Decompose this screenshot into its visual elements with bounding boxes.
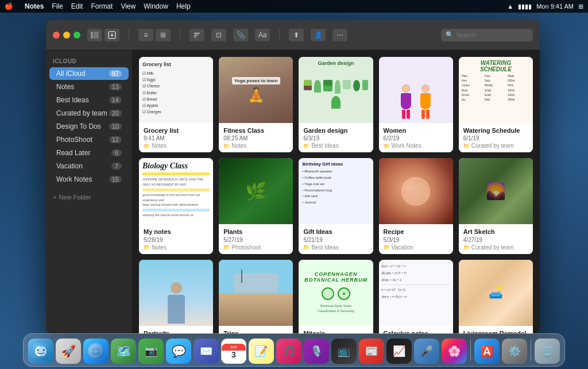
toolbar-separator-2	[180, 29, 180, 41]
dock-icon-finder[interactable]	[28, 339, 53, 364]
note-card-watering[interactable]: WATERINGSCHEDULE PlantFreqWater FernDail…	[459, 57, 533, 152]
list-view-button[interactable]: ≡	[138, 29, 153, 41]
note-date-my-notes: 5/28/19	[144, 237, 208, 243]
sidebar-item-photoshoot-label: PhotoShoot	[56, 136, 109, 144]
sidebar-item-vacation-count: 7	[111, 163, 122, 170]
note-card-art[interactable]: 🌄 Art Sketch 4/27/19 📁 Curated by team	[459, 158, 533, 253]
sort-button[interactable]	[189, 29, 204, 41]
dock-icon-music[interactable]: 🎵	[276, 339, 301, 364]
view-toggle-group: ≡ ⊞	[138, 29, 171, 41]
svg-rect-5	[194, 33, 200, 34]
note-card-women[interactable]: Women 6/2/19 📁 Work Notes	[379, 57, 453, 152]
note-folder-recipe: 📁 Vacation	[384, 244, 448, 251]
note-card-grocery[interactable]: Grocery list Milk Eggs Cheese Butter Bre…	[139, 57, 213, 152]
note-card-recipe[interactable]: Recipe 5/3/19 📁 Vacation	[379, 158, 453, 253]
note-card-portraits[interactable]: Portraits 4/20/19 📁 PhotoShoot	[139, 260, 213, 333]
control-center-icon[interactable]: ⊞	[578, 3, 583, 10]
gallery-button[interactable]: ⊡	[211, 29, 226, 41]
maximize-button[interactable]	[74, 32, 80, 39]
dock-icon-launchpad[interactable]: 🚀	[56, 339, 81, 364]
note-date-watering: 6/1/19	[463, 135, 528, 141]
sidebar: iCloud All iCloud 97 Notes 13 Best Ideas…	[46, 50, 132, 333]
sidebar-item-design-count: 10	[109, 123, 122, 130]
dock-icon-podcasts[interactable]: 🎙️	[304, 339, 329, 364]
menu-edit[interactable]: Edit	[71, 2, 83, 10]
grid-view-button[interactable]: ⊞	[156, 29, 171, 41]
dock-icon-appstore[interactable]: 🅰️	[474, 339, 500, 364]
note-thumbnail-women	[379, 57, 453, 123]
sidebar-item-all-icloud[interactable]: All iCloud 97	[49, 67, 129, 80]
sidebar-item-curated[interactable]: Curated by team 20	[49, 107, 129, 120]
folder-icon: 📁	[463, 244, 470, 250]
main-content: iCloud All iCloud 97 Notes 13 Best Ideas…	[46, 50, 540, 333]
new-folder-button[interactable]: + New Folder	[46, 190, 132, 204]
dock-icon-notes[interactable]: 📝	[249, 339, 274, 364]
svg-rect-1	[94, 32, 99, 39]
share-button[interactable]: ⬆	[289, 29, 304, 41]
sidebar-toggle-button[interactable]	[87, 29, 102, 41]
sidebar-item-best-ideas-count: 14	[109, 97, 122, 103]
note-card-trips[interactable]: Trips 3/29/19 📁 Vacation	[219, 260, 293, 333]
dock-icon-news[interactable]: 📰	[359, 339, 384, 364]
new-note-button[interactable]	[105, 29, 119, 41]
sidebar-item-notes[interactable]: Notes 13	[49, 80, 129, 93]
dock-icon-settings[interactable]: ⚙️	[502, 339, 527, 364]
sidebar-item-best-ideas[interactable]: Best Ideas 14	[49, 94, 129, 106]
apple-menu[interactable]: 🍎	[5, 2, 13, 10]
menu-file[interactable]: File	[52, 2, 63, 10]
close-button[interactable]	[53, 32, 60, 39]
note-card-gift[interactable]: Birthday Gift Ideas • Bluetooth speaker …	[299, 158, 373, 253]
dock-icon-facetime[interactable]: 📷	[138, 339, 164, 364]
search-icon: 🔍	[446, 31, 454, 39]
sidebar-item-vacation[interactable]: Vacation 7	[49, 160, 129, 172]
note-card-mitosis[interactable]: COPENHAGEN BOTANICAL HERBUM Botanical St…	[299, 260, 373, 333]
minimize-button[interactable]	[63, 32, 70, 39]
dock-icon-maps[interactable]: 🗺️	[111, 339, 136, 364]
dock-icon-keynote[interactable]: 🎤	[414, 339, 439, 364]
note-title-recipe: Recipe	[384, 228, 448, 236]
note-folder-garden: 📁 Best Ideas	[303, 143, 368, 149]
sidebar-item-work-notes[interactable]: Work Notes 15	[49, 173, 129, 186]
note-thumbnail-grocery: Grocery list Milk Eggs Cheese Butter Bre…	[139, 57, 213, 123]
search-bar[interactable]: 🔍	[441, 29, 533, 41]
note-folder-grocery: 📁 Notes	[144, 143, 208, 149]
note-thumbnail-plants: 🌿	[219, 158, 293, 224]
menu-help[interactable]: Help	[176, 2, 191, 10]
note-folder-fitness: 📁 Notes	[223, 143, 288, 149]
dock-icon-messages[interactable]: 💬	[166, 339, 191, 364]
note-card-garden[interactable]: Garden design	[299, 57, 373, 152]
dock-icon-stocks[interactable]: 📈	[386, 339, 412, 364]
sidebar-item-read-later[interactable]: Read Later 6	[49, 147, 129, 159]
search-input[interactable]	[456, 32, 528, 39]
more-button[interactable]: ⋯	[332, 29, 347, 41]
attachments-button[interactable]: 📎	[233, 29, 248, 41]
note-date-recipe: 5/3/19	[384, 237, 448, 243]
note-card-calculus[interactable]: f(x) = x² + 2x + 1 ∫f(x)dx = x³/3 + x² d…	[379, 260, 453, 333]
dock-icon-trash[interactable]: 🗑️	[535, 339, 560, 364]
people-button[interactable]: 👤	[311, 29, 326, 41]
notes-area: Grocery list Milk Eggs Cheese Butter Bre…	[132, 50, 540, 333]
text-button[interactable]: Aa	[255, 29, 270, 41]
notes-window: ≡ ⊞ ⊡ 📎 Aa ⬆ 👤 ⋯ 🔍	[46, 20, 540, 333]
note-card-living[interactable]: 🛋️ Livingroom Remodel 3/12/19 📁 Design T…	[459, 260, 533, 333]
dock-icon-photos[interactable]: 🌸	[442, 339, 467, 364]
dock-icon-safari[interactable]	[83, 339, 109, 364]
note-card-my-notes[interactable]: Biology Class JOHANNE DEVEREAUX ONCE SAI…	[139, 158, 213, 253]
sidebar-item-photoshoot[interactable]: PhotoShoot 12	[49, 133, 129, 146]
wifi-icon[interactable]: ▲	[507, 3, 513, 10]
note-thumbnail-mitosis: COPENHAGEN BOTANICAL HERBUM Botanical St…	[299, 260, 373, 326]
note-card-fitness[interactable]: Yoga poses to learn 🧘 Fitness Class 08:2…	[219, 57, 293, 152]
dock-icon-tv[interactable]: 📺	[331, 339, 357, 364]
note-title-living: Livingroom Remodel	[463, 329, 528, 333]
dock-icon-mail[interactable]: ✉️	[194, 339, 219, 364]
note-card-plants[interactable]: 🌿 Plants 5/27/19 📁 Photoshoot	[219, 158, 293, 253]
menu-format[interactable]: Format	[91, 2, 113, 10]
menu-window[interactable]: Window	[144, 2, 168, 10]
window-controls	[53, 32, 80, 39]
app-menu-name[interactable]: Notes	[25, 2, 44, 10]
note-thumbnail-garden: Garden design	[299, 57, 373, 123]
menu-view[interactable]: View	[121, 2, 136, 10]
sidebar-item-design[interactable]: Design To Dos 10	[49, 120, 129, 133]
note-thumbnail-living: 🛋️	[459, 260, 533, 326]
dock-icon-calendar[interactable]: SAT 3	[221, 339, 246, 364]
